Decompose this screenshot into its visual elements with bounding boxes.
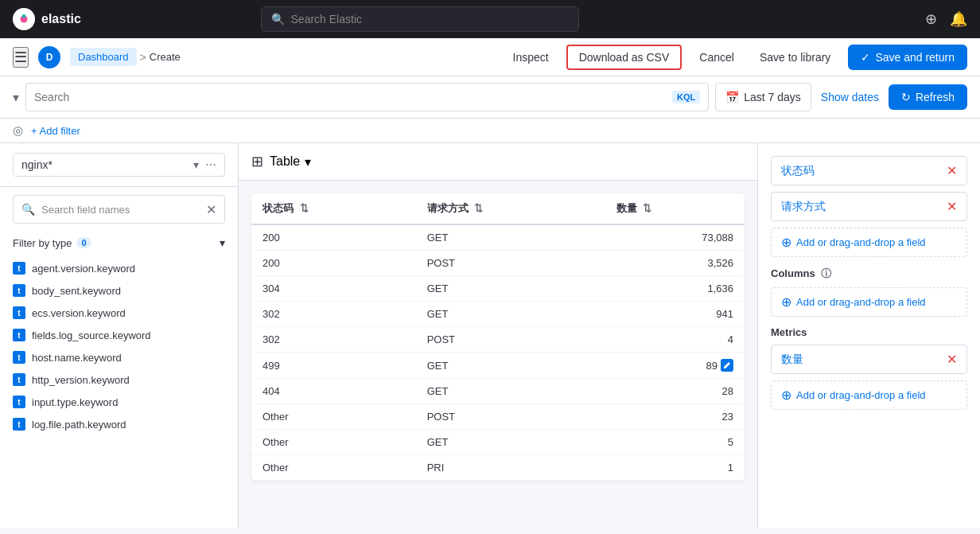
- cell-count: 23: [605, 404, 745, 430]
- table-title-label: Table: [270, 154, 300, 169]
- rows-field-tag: 请求方式 ✕: [771, 192, 967, 221]
- cancel-button[interactable]: Cancel: [691, 46, 742, 68]
- table-row: 404 GET 28: [251, 379, 745, 404]
- cell-status-code: 302: [251, 327, 416, 353]
- download-csv-button[interactable]: Download as CSV: [566, 45, 682, 70]
- breadcrumb-dashboard[interactable]: Dashboard: [70, 48, 137, 66]
- remove-metrics-field-button[interactable]: ✕: [947, 352, 957, 367]
- notifications-icon[interactable]: 🔔: [950, 10, 967, 28]
- field-list-item[interactable]: t agent.version.keyword: [0, 257, 238, 279]
- field-list-item[interactable]: t fields.log_source.keyword: [0, 324, 238, 346]
- save-return-button[interactable]: ✓ Save and return: [848, 45, 967, 70]
- cell-count: 89: [605, 353, 745, 379]
- edit-badge[interactable]: [721, 359, 733, 372]
- field-name: log.file.path.keyword: [32, 419, 126, 431]
- table-row: 200 POST 3,526: [251, 251, 745, 276]
- filter-bar: ▾ KQL 📅 Last 7 days Show dates ↻ Refresh: [0, 76, 980, 119]
- field-list-item[interactable]: t http_version.keyword: [0, 368, 238, 391]
- hamburger-button[interactable]: ☰: [13, 47, 29, 68]
- sidebar-header: nginx* ▾ ⋯: [0, 143, 238, 187]
- kql-search-wrap[interactable]: KQL: [25, 83, 709, 111]
- cell-request-method: POST: [416, 251, 605, 276]
- field-type-badge: t: [13, 418, 25, 431]
- elastic-logo: elastic: [13, 8, 81, 30]
- remove-rows-field-button[interactable]: ✕: [947, 163, 957, 178]
- field-list-item[interactable]: t log.file.path.keyword: [0, 413, 238, 435]
- cell-request-method: GET: [416, 379, 605, 404]
- data-table: 状态码 ⇅请求方式 ⇅数量 ⇅ 200 GET 73,088 200 POST …: [251, 193, 745, 481]
- index-selector[interactable]: nginx* ▾ ⋯: [13, 153, 225, 177]
- refresh-button[interactable]: ↻ Refresh: [889, 84, 967, 110]
- cell-request-method: PRI: [416, 455, 605, 481]
- help-icon[interactable]: ⊕: [925, 10, 937, 28]
- field-type-badge: t: [13, 351, 25, 364]
- table-head: 状态码 ⇅请求方式 ⇅数量 ⇅: [251, 193, 745, 224]
- fields-list: t agent.version.keyword t body_sent.keyw…: [0, 254, 238, 528]
- rows-plus-icon: ⊕: [781, 235, 791, 250]
- cell-count: 1,636: [605, 276, 745, 302]
- save-library-button[interactable]: Save to library: [752, 46, 838, 68]
- filter-dropdown-icon[interactable]: ▾: [13, 90, 19, 105]
- refresh-icon: ↻: [901, 91, 911, 103]
- avatar: D: [38, 46, 60, 68]
- search-fields-icon: 🔍: [21, 203, 35, 216]
- table-chevron-icon: ▾: [305, 154, 311, 170]
- table-row: Other GET 5: [251, 430, 745, 455]
- remove-rows-field-button[interactable]: ✕: [947, 199, 957, 214]
- cell-count: 28: [605, 379, 745, 404]
- columns-section-title: Columns ⓘ: [771, 267, 967, 281]
- kql-search-input[interactable]: [34, 91, 666, 103]
- search-fields-input[interactable]: [41, 204, 200, 216]
- rows-field-name: 状态码: [781, 164, 815, 178]
- filter-type-count: 0: [76, 237, 91, 248]
- metrics-field-name: 数量: [781, 353, 803, 367]
- cell-count: 5: [605, 430, 745, 455]
- field-list-item[interactable]: t host.name.keyword: [0, 346, 238, 368]
- add-filter-label: + Add filter: [31, 125, 80, 137]
- table-row: 499 GET 89: [251, 353, 745, 379]
- cell-count: 3,526: [605, 251, 745, 276]
- logo-text: elastic: [41, 12, 81, 26]
- rows-field-name: 请求方式: [781, 200, 826, 214]
- table-header-status_code[interactable]: 状态码 ⇅: [251, 193, 416, 224]
- add-filter-button[interactable]: + Add filter: [28, 125, 80, 137]
- more-options-icon[interactable]: ⋯: [205, 158, 216, 171]
- rows-add-label: Add or drag-and-drop a field: [796, 236, 926, 248]
- cell-request-method: GET: [416, 276, 605, 302]
- filter-by-type-row[interactable]: Filter by type 0 ▾: [0, 232, 238, 254]
- field-name: http_version.keyword: [32, 374, 130, 386]
- rows-add-field-button[interactable]: ⊕Add or drag-and-drop a field: [771, 228, 967, 257]
- breadcrumb: Dashboard > Create: [70, 48, 181, 66]
- table-row: Other POST 23: [251, 404, 745, 430]
- table-body: 200 GET 73,088 200 POST 3,526 304 GET 1,…: [251, 224, 745, 481]
- metrics-add-field-button[interactable]: ⊕Add or drag-and-drop a field: [771, 380, 967, 410]
- show-dates-button[interactable]: Show dates: [821, 91, 879, 103]
- columns-add-field-button[interactable]: ⊕ Add or drag-and-drop a field: [771, 287, 967, 317]
- cell-count: 73,088: [605, 224, 745, 251]
- field-type-badge: t: [13, 284, 25, 297]
- field-list-item[interactable]: t ecs.version.keyword: [0, 302, 238, 324]
- left-sidebar: nginx* ▾ ⋯ 🔍 ✕ Filter by type 0 ▾ t agen…: [0, 143, 239, 528]
- inspect-button[interactable]: Inspect: [505, 46, 557, 68]
- columns-info-icon[interactable]: ⓘ: [821, 267, 831, 279]
- table-row: Other PRI 1: [251, 455, 745, 481]
- cell-status-code: 200: [251, 251, 416, 276]
- clear-search-icon[interactable]: ✕: [206, 202, 216, 217]
- field-list-item[interactable]: t body_sent.keyword: [0, 279, 238, 302]
- table-header-request_method[interactable]: 请求方式 ⇅: [416, 193, 605, 224]
- add-filter-row: ◎ + Add filter: [0, 119, 980, 143]
- field-list-item[interactable]: t input.type.keyword: [0, 391, 238, 413]
- global-search-bar[interactable]: 🔍: [261, 6, 579, 32]
- columns-add-label: Add or drag-and-drop a field: [796, 296, 926, 308]
- time-range-label: Last 7 days: [744, 91, 801, 103]
- center-content: ⊞ Table ▾ 状态码 ⇅请求方式 ⇅数量 ⇅ 200 GET 73,088: [239, 143, 757, 528]
- cell-request-method: GET: [416, 353, 605, 379]
- table-header-count[interactable]: 数量 ⇅: [605, 193, 745, 224]
- field-name: input.type.keyword: [32, 396, 118, 408]
- field-type-badge: t: [13, 373, 25, 386]
- field-name: fields.log_source.keyword: [32, 329, 151, 341]
- global-search-input[interactable]: [291, 13, 569, 25]
- table-type-selector[interactable]: Table ▾: [270, 154, 311, 170]
- time-range-selector[interactable]: 📅 Last 7 days: [715, 83, 811, 111]
- search-fields-wrap[interactable]: 🔍 ✕: [13, 195, 225, 224]
